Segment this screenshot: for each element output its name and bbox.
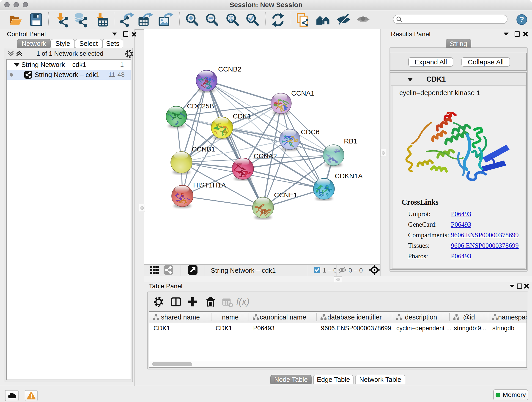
left-splitter-handle[interactable] [139, 204, 145, 212]
crosslink-link[interactable]: P06493 [451, 252, 471, 260]
memory-button[interactable]: Memory [493, 389, 528, 400]
export-network-icon[interactable] [119, 12, 134, 27]
table-panel-float-icon[interactable] [517, 283, 522, 289]
network-canvas[interactable]: CCNB2CCNA1CDC25BCDK1CDC6RB1CCNB1CCNA2CDK… [144, 29, 380, 264]
control-tab-style[interactable]: Style [51, 39, 75, 48]
crosslink-link[interactable]: P06493 [451, 221, 471, 228]
results-panel-float-icon[interactable] [515, 32, 520, 37]
control-tab-network[interactable]: Network [17, 39, 51, 48]
protein-structure-image: .cl{fill:none;stroke-linecap:round;} [399, 109, 513, 185]
import-table-icon[interactable] [94, 12, 109, 27]
crosslink-link[interactable]: 9606.ENSP00000378699 [451, 242, 519, 249]
table-gear-icon[interactable] [153, 297, 164, 307]
node-table[interactable]: shared name name canonical name database… [149, 312, 527, 368]
open-in-browser-icon[interactable] [188, 265, 198, 276]
column-header-database-identifier[interactable]: database identifier [317, 312, 392, 322]
network-share-icon[interactable] [163, 265, 173, 276]
cloud-button[interactable] [5, 390, 19, 401]
network-collection-row[interactable]: String Network – cdk1 1 [7, 60, 131, 70]
status-bar: Memory [0, 386, 532, 402]
column-header-shared-name[interactable]: shared name [149, 312, 211, 322]
fit-selected-icon[interactable] [369, 265, 380, 276]
zoom-out-icon[interactable] [205, 12, 220, 27]
zoom-fit-icon[interactable] [225, 12, 240, 27]
zoom-in-icon[interactable] [185, 12, 200, 27]
column-header-namespace[interactable]: namespace [488, 312, 527, 322]
network-options-gear-icon[interactable] [125, 50, 133, 58]
expand-all-networks-icon[interactable] [15, 51, 23, 57]
selected-checkbox-icon[interactable] [314, 267, 321, 274]
collection-expander-icon[interactable] [14, 63, 19, 67]
table-cell[interactable]: CDK1 [153, 323, 211, 333]
table-panel-title: Table Panel [149, 283, 182, 290]
control-panel-menu-icon[interactable] [112, 32, 117, 36]
network-row[interactable]: String Network – cdk1 11 48 [7, 70, 131, 80]
table-horizontal-scrollbar[interactable] [150, 361, 526, 367]
results-panel-menu-icon[interactable] [504, 32, 509, 36]
refresh-icon[interactable] [270, 12, 285, 27]
control-panel-close-icon[interactable] [132, 32, 137, 37]
table-cell[interactable]: 9606.ENSP00000378699 [321, 323, 392, 333]
crosslink-link[interactable]: 9606.ENSP00000378699 [451, 231, 519, 239]
collapse-all-button[interactable]: Collapse All [462, 57, 510, 67]
table-panel-menu-icon[interactable] [510, 285, 515, 288]
table-delete-column-icon[interactable] [222, 297, 233, 307]
crosslink-label: GeneCard: [408, 221, 437, 228]
crosslink-link[interactable]: P06493 [451, 210, 471, 218]
collection-count: 1 [120, 61, 124, 68]
show-all-icon[interactable] [356, 12, 371, 27]
control-tab-select[interactable]: Select [75, 39, 102, 48]
tab-network-table[interactable]: Network Table [355, 375, 405, 384]
save-session-icon[interactable] [29, 12, 44, 27]
import-network-database-icon[interactable] [74, 12, 89, 27]
export-table-icon[interactable] [138, 12, 153, 27]
tab-node-table[interactable]: Node Table [270, 375, 312, 384]
help-button[interactable]: ? [516, 14, 527, 25]
tab-string[interactable]: String [446, 39, 471, 48]
export-image-icon[interactable] [158, 12, 173, 27]
search-input[interactable] [404, 16, 504, 23]
control-tab-sets[interactable]: Sets [102, 39, 123, 48]
right-splitter-handle[interactable] [380, 149, 386, 157]
scrollbar-thumb[interactable] [152, 362, 192, 366]
column-header--id[interactable]: @id [450, 312, 488, 322]
table-columns-icon[interactable] [171, 297, 181, 307]
table-function-icon[interactable]: f(x) [236, 297, 256, 307]
netbar-separator [366, 265, 366, 276]
table-add-icon[interactable] [187, 297, 198, 307]
table-delete-icon[interactable] [205, 297, 215, 307]
horizontal-splitter-handle[interactable] [334, 276, 342, 282]
table-cell[interactable]: cyclin–dependent ... [396, 323, 449, 333]
import-network-file-icon[interactable] [55, 12, 70, 27]
netbar-separator [308, 265, 308, 276]
search-icon [396, 16, 403, 23]
column-header-description[interactable]: description [392, 312, 450, 322]
column-header-name[interactable]: name [211, 312, 249, 322]
help-icon: ? [516, 14, 527, 25]
svg-text:CCNE1: CCNE1 [274, 191, 298, 199]
gene-section-header[interactable]: CDK1 [391, 73, 526, 86]
zoom-selected-icon[interactable] [245, 12, 260, 27]
table-cell[interactable]: stringdb [492, 323, 527, 333]
network-edge-count: 48 [118, 71, 125, 78]
search-box[interactable] [393, 15, 507, 24]
open-session-icon[interactable] [8, 12, 23, 27]
control-panel-float-icon[interactable] [123, 32, 128, 37]
results-panel-close-icon[interactable] [523, 32, 528, 37]
tab-edge-table[interactable]: Edge Table [313, 375, 354, 384]
table-panel-close-icon[interactable] [524, 284, 529, 289]
warnings-button[interactable] [25, 390, 38, 401]
expand-all-button[interactable]: Expand All [408, 57, 453, 67]
collapse-all-networks-icon[interactable] [7, 51, 15, 57]
first-neighbors-icon[interactable] [316, 12, 331, 27]
hide-selected-icon[interactable] [336, 12, 351, 27]
cloud-icon [7, 392, 16, 399]
birds-eye-view-icon[interactable] [149, 265, 159, 276]
table-cell[interactable]: stringdb:9... [454, 323, 488, 333]
gene-section-expander-icon[interactable] [407, 78, 413, 81]
table-cell[interactable]: CDK1 [215, 323, 249, 333]
splitter-dot-icon [140, 206, 144, 210]
table-cell[interactable]: P06493 [253, 323, 317, 333]
column-header-canonical-name[interactable]: canonical name [249, 312, 317, 322]
copy-network-icon[interactable] [296, 12, 311, 27]
